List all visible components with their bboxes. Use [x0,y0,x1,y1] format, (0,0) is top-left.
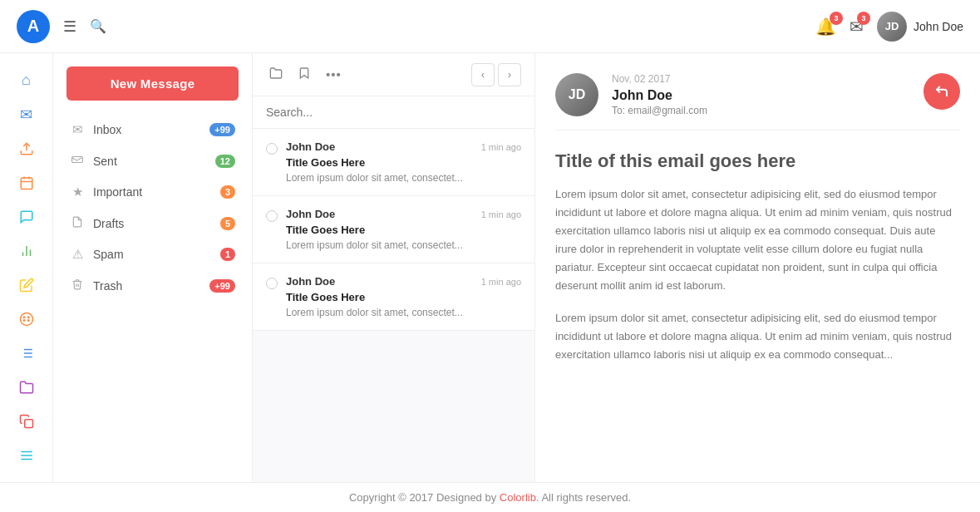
email-subject: Title Goes Here [286,224,521,236]
sent-badge: 12 [215,155,235,168]
sidebar-item-important[interactable]: ★ Important 3 [53,176,252,208]
main-content: ⌂ ✉ New Mess [0,53,980,482]
sent-label: Sent [93,155,207,168]
left-nav: ⌂ ✉ [0,53,53,482]
sender-avatar: JD [555,73,598,116]
footer-link[interactable]: Colorlib [500,491,536,504]
nav-mail[interactable]: ✉ [8,101,45,128]
email-item[interactable]: John Doe 1 min ago Title Goes Here Lorem… [253,196,534,263]
email-content: John Doe 1 min ago Title Goes Here Lorem… [286,208,521,251]
inbox-icon: ✉ [70,122,85,137]
user-name: John Doe [914,20,963,33]
footer-text-after: . All rights reserved. [536,491,631,504]
topbar-right: 🔔 3 ✉ 3 JD John Doe [815,12,963,42]
spam-label: Spam [93,248,212,261]
sent-icon [70,154,85,168]
spam-icon: ⚠ [70,247,85,262]
search-input[interactable] [266,106,521,119]
nav-list[interactable] [8,339,45,367]
nav-menu-lines[interactable] [8,441,45,469]
email-checkbox[interactable] [266,210,278,222]
inbox-badge: +99 [209,123,235,136]
svg-point-9 [23,317,25,318]
email-sender: John Doe [286,275,335,288]
drafts-label: Drafts [93,217,212,230]
email-time: 1 min ago [481,277,521,287]
nav-upload[interactable] [8,135,45,162]
search-icon-top[interactable]: 🔍 [90,18,106,34]
new-message-button[interactable]: New Message [66,66,239,101]
prev-button[interactable]: ‹ [471,63,495,86]
mail-sidebar: New Message ✉ Inbox +99 Sent 12 ★ Import… [53,53,253,482]
sidebar-item-inbox[interactable]: ✉ Inbox +99 [53,114,252,145]
sender-to: To: email@gmail.com [612,105,910,116]
hamburger-icon[interactable]: ☰ [63,17,76,36]
folder-icon[interactable] [266,63,286,86]
nav-folder[interactable] [8,373,45,401]
trash-icon [70,278,85,293]
important-label: Important [93,185,212,199]
footer: Copyright © 2017 Designed by Colorlib. A… [0,482,980,512]
email-header: John Doe 1 min ago [286,140,521,153]
nav-copy[interactable] [8,407,45,435]
email-item[interactable]: John Doe 1 min ago Title Goes Here Lorem… [253,263,534,331]
svg-point-8 [20,313,32,325]
email-content: John Doe 1 min ago Title Goes Here Lorem… [286,275,521,318]
spam-badge: 1 [220,248,235,261]
sender-info: Nov, 02 2017 John Doe To: email@gmail.co… [612,73,910,116]
nav-chat[interactable] [8,203,45,230]
drafts-icon [70,216,85,230]
toolbar-navigation: ‹ › [471,63,521,86]
email-checkbox[interactable] [266,143,278,155]
nav-edit[interactable] [8,271,45,298]
sender-date: Nov, 02 2017 [612,73,910,85]
email-detail-panel: JD Nov, 02 2017 John Doe To: email@gmail… [535,53,980,482]
topbar-left: A ☰ 🔍 [17,10,106,43]
sidebar-item-drafts[interactable]: Drafts 5 [53,208,252,239]
drafts-badge: 5 [220,217,235,230]
email-body-2: Lorem ipsum dolor sit amet, consectetur … [555,309,960,364]
email-subject: Title Goes Here [286,156,521,169]
svg-point-10 [27,317,29,318]
email-body-1: Lorem ipsum dolor sit amet, consectetur … [555,185,960,296]
email-content: John Doe 1 min ago Title Goes Here Lorem… [286,140,521,184]
footer-text-before: Copyright © 2017 Designed by [349,491,500,504]
notifications-bell-button[interactable]: 🔔 3 [815,17,836,37]
trash-label: Trash [93,279,201,293]
email-list: John Doe 1 min ago Title Goes Here Lorem… [253,129,534,482]
svg-rect-19 [24,419,32,427]
email-title: Title of this email goes here [555,150,960,172]
email-item[interactable]: John Doe 1 min ago Title Goes Here Lorem… [253,129,534,196]
important-badge: 3 [220,185,235,199]
inbox-label: Inbox [93,123,201,136]
avatar: JD [877,12,907,42]
email-list-panel: ••• ‹ › John Doe 1 min ago Title Goes He… [253,53,535,482]
reply-button[interactable] [923,73,960,110]
email-checkbox[interactable] [266,278,278,289]
nav-home[interactable]: ⌂ [8,66,45,94]
user-menu[interactable]: JD John Doe [877,12,963,42]
more-icon[interactable]: ••• [323,64,345,85]
sidebar-item-spam[interactable]: ⚠ Spam 1 [53,239,252,270]
email-preview: Lorem ipsum dolor sit amet, consectet... [286,307,521,318]
email-detail-header: JD Nov, 02 2017 John Doe To: email@gmail… [555,73,960,130]
next-button[interactable]: › [498,63,521,86]
bell-badge: 3 [830,12,843,25]
email-sender: John Doe [286,208,335,220]
trash-badge: +99 [209,279,235,293]
email-header: John Doe 1 min ago [286,208,521,220]
email-preview: Lorem ipsum dolor sit amet, consectet... [286,172,521,184]
topbar: A ☰ 🔍 🔔 3 ✉ 3 JD John Doe [0,0,980,53]
email-header: John Doe 1 min ago [286,275,521,288]
nav-chart[interactable] [8,237,45,264]
email-time: 1 min ago [481,209,521,219]
svg-point-11 [23,319,25,321]
sidebar-item-trash[interactable]: Trash +99 [53,270,252,301]
nav-palette[interactable] [8,305,45,332]
sidebar-item-sent[interactable]: Sent 12 [53,145,252,176]
nav-calendar[interactable] [8,169,45,196]
app-logo[interactable]: A [17,10,50,43]
search-bar [253,96,534,129]
bookmark-icon[interactable] [294,63,314,86]
notifications-mail-button[interactable]: ✉ 3 [849,17,864,37]
